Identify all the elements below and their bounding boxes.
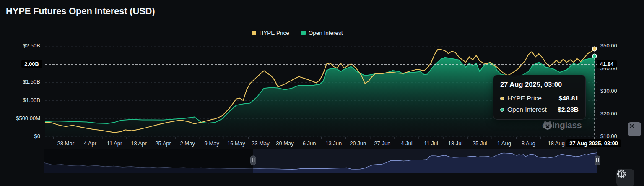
y-axis-left-tick-label: $1.00B (0, 97, 40, 103)
open-interest-dot-icon (500, 108, 504, 112)
y-axis-right-tick-label: $30.00 (600, 88, 634, 94)
tooltip-date: 27 Aug 2025, 03:00 (500, 81, 579, 89)
open-interest-last-point-marker (592, 54, 597, 58)
legend-item-open-interest[interactable]: Open Interest (301, 30, 343, 36)
tooltip-label: Open Interest (507, 106, 558, 113)
crosshair-left-value-badge: 2.00B (21, 60, 42, 68)
navigator-handle-left[interactable] (251, 156, 256, 165)
coinglass-chart-page: HYPE Futures Open Interest (USD) HYPE Pr… (0, 0, 644, 186)
hype-price-swatch-icon (252, 31, 256, 35)
y-axis-left-tick-label: $0 (0, 133, 40, 139)
y-axis-right-tick-label: $20.00 (600, 110, 634, 117)
open-interest-swatch-icon (301, 31, 306, 35)
y-axis-right-tick-label: $50.00 (600, 42, 634, 49)
settings-button[interactable] (616, 169, 634, 186)
legend-item-hype-price[interactable]: HYPE Price (252, 30, 289, 36)
tooltip-row-open-interest: Open Interest $2.23B (500, 106, 579, 113)
crosshair-right-value-badge: 41.84 (597, 60, 617, 68)
coinglass-watermark: coinglass (542, 120, 582, 130)
tooltip-row-hype-price: HYPE Price $48.81 (500, 94, 579, 102)
tooltip-value: $2.23B (558, 106, 579, 113)
tooltip-label: HYPE Price (507, 94, 559, 102)
y-axis-left-tick-label: $2.50B (0, 42, 40, 49)
chart-tooltip: 27 Aug 2025, 03:00 HYPE Price $48.81 Ope… (493, 75, 586, 120)
navigator-unselected-mask[interactable] (44, 149, 253, 173)
collapse-panel-button[interactable] (628, 122, 641, 136)
legend: HYPE Price Open Interest (0, 30, 595, 36)
y-axis-left-tick-label: $500.00M (0, 115, 40, 121)
gear-alert-icon (616, 169, 626, 179)
collapse-arrows-icon (628, 122, 636, 131)
hype-price-last-point-marker (592, 47, 597, 51)
crosshair-date-badge: 27 Aug 2025, 03:00 (566, 139, 621, 147)
navigator-handle-right[interactable] (595, 156, 600, 165)
y-axis-left-tick-label: $1.50B (0, 79, 40, 85)
coinglass-bear-icon (542, 120, 553, 131)
legend-label-hype-price: HYPE Price (259, 30, 289, 36)
legend-label-open-interest: Open Interest (309, 30, 343, 36)
tooltip-value: $48.81 (559, 94, 579, 102)
hype-price-dot-icon (500, 97, 504, 100)
